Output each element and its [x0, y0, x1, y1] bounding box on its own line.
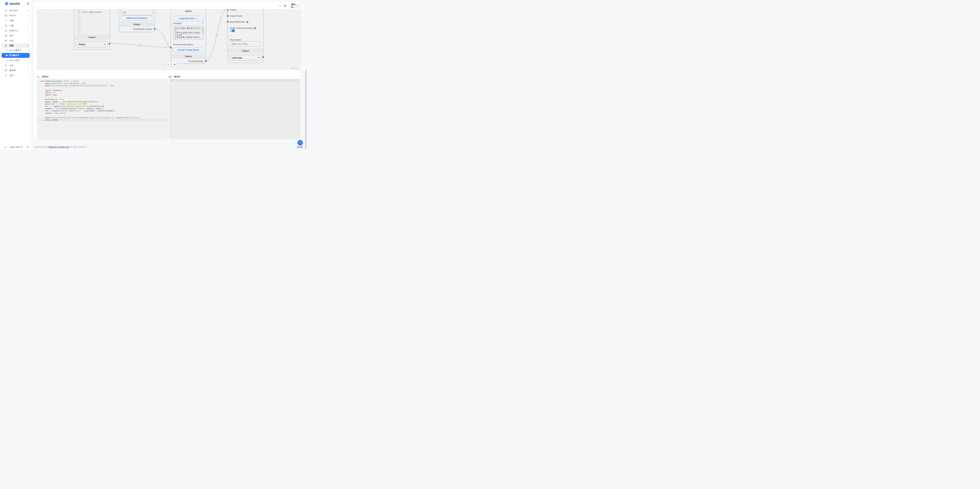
- output-handle[interactable]: [262, 56, 264, 58]
- chat-model-output-label: ChatOpenAI-Custom: [133, 28, 152, 30]
- sidebar-item-model[interactable]: 모델: [0, 23, 31, 28]
- output-handle[interactable]: [154, 28, 156, 30]
- dropdown-arrow-icon: [104, 44, 106, 45]
- info-icon[interactable]: i: [247, 21, 248, 23]
- app-root: GenOS 대시보드 데이터 개발 모델: [0, 0, 307, 150]
- user-page-link[interactable]: 사용자 페이지: [0, 144, 31, 150]
- sidebar-item-evaluation[interactable]: 평가: [0, 33, 31, 38]
- sidebar-item-taskflow[interactable]: 태스크플로우: [0, 48, 31, 53]
- profile-menu[interactable]: 관리자: [289, 3, 300, 8]
- sidebar-item-quota[interactable]: 할당량: [0, 68, 31, 73]
- moderation-input-handle[interactable]: [227, 21, 229, 23]
- additional-parameters-button[interactable]: Additional Parameters: [121, 16, 153, 21]
- input-moderation-label: Input Moderationi: [230, 21, 248, 23]
- format-prompt-values-label: Format Prompt Values: [173, 43, 193, 46]
- sidebar-collapse-icon[interactable]: [27, 2, 30, 5]
- search-check-icon: [5, 64, 7, 67]
- zoom-in-icon[interactable]: +: [165, 63, 166, 65]
- chevron-right-icon: [28, 65, 29, 66]
- chevron-down-icon: [27, 45, 29, 46]
- preprocess-header: 전처리*: [37, 75, 49, 78]
- llm-chain-output-select[interactable]: LLM Chain: [230, 55, 261, 61]
- version-link[interactable]: v1.2.2: [297, 145, 302, 148]
- code-icon: [5, 19, 7, 22]
- bullet-circle-icon: [6, 49, 8, 51]
- chevron-right-icon: [28, 15, 29, 16]
- gear-icon: [5, 74, 7, 76]
- output-section-header: Output: [75, 35, 110, 40]
- sidebar-item-data[interactable]: 데이터: [0, 13, 31, 18]
- sidebar-item-approval[interactable]: 승인: [0, 63, 31, 68]
- postprocess-header: 후처리*: [169, 75, 181, 78]
- arrow-up-icon: [299, 141, 301, 144]
- company-link[interactable]: Minds & Company Ltd.: [48, 146, 69, 148]
- langchain-hub-button[interactable]: Langchain Hub: [173, 16, 204, 21]
- node-llm-chain[interactable]: Prompt Output Parser Input Moderationi E…: [228, 9, 263, 63]
- parser-input-handle[interactable]: [227, 15, 229, 17]
- prompt-input-handle[interactable]: [227, 9, 229, 11]
- output-handle[interactable]: [205, 60, 207, 62]
- sidebar-item-develop[interactable]: 개발: [0, 18, 31, 23]
- sidebar-menu: 대시보드 데이터 개발 모델 트레이너 평가: [0, 8, 31, 78]
- chevron-right-icon: [28, 49, 29, 51]
- sidebar-item-chat[interactable]: 채팅: [2, 43, 30, 48]
- sidebar-item-trainer[interactable]: 트레이너: [0, 28, 31, 33]
- chevron-right-icon: [28, 25, 29, 26]
- notification-bell-icon[interactable]: [283, 4, 286, 8]
- input-handle[interactable]: [170, 47, 172, 49]
- postprocess-toggle[interactable]: [169, 76, 173, 78]
- output-handle[interactable]: [108, 43, 111, 45]
- zoom-out-icon[interactable]: −: [168, 63, 169, 65]
- sidebar-item-serving[interactable]: 서빙: [0, 38, 31, 43]
- chat-icon: [5, 44, 7, 47]
- workflow-canvas[interactable]: ✕ ✕ 1 return $api_answer Output Output 0…: [37, 9, 300, 70]
- preprocess-label: 전처리*: [42, 75, 49, 78]
- chevron-right-icon: [28, 30, 29, 31]
- page-scrollbar-thumb[interactable]: [305, 70, 307, 149]
- sidebar-footer: 사용자 페이지: [0, 144, 31, 150]
- external-link-icon: [27, 146, 29, 148]
- sidebar-item-admin[interactable]: 관리: [0, 73, 31, 78]
- expand-icon[interactable]: [202, 22, 204, 24]
- chevron-right-icon: [28, 40, 29, 41]
- node-custom-function[interactable]: 1 return $api_answer Output Output: [74, 9, 110, 49]
- output-parser-input-label: Output Parser: [230, 15, 242, 17]
- node-prompt-template[interactable]: Inputs Langchain Hub Template* 당신은 챗봇의 품…: [171, 9, 206, 64]
- template-textarea[interactable]: 당신은 챗봇의 품질 평가자 입니다. 사용자의 질문에 얼마나 친절하게 논리…: [173, 26, 204, 40]
- edge-delete-button[interactable]: ✕: [216, 34, 218, 37]
- chevron-right-icon: [28, 20, 29, 21]
- function-code-editor[interactable]: 1 return $api_answer: [77, 9, 107, 35]
- text-size-button[interactable]: 가: [278, 4, 281, 8]
- chain-name-input[interactable]: [230, 41, 261, 46]
- gauge-icon: [5, 9, 7, 12]
- temperature-input[interactable]: 0.9: [121, 9, 153, 15]
- preprocess-toggle[interactable]: [37, 76, 41, 78]
- sidebar-item-dashboard[interactable]: 대시보드: [0, 8, 31, 13]
- copyright: Copyright 2024 Minds & Company Ltd. All …: [34, 146, 86, 148]
- sidebar-item-workflow[interactable]: 워크플로우: [2, 53, 30, 58]
- reactflow-attribution: React Flow: [291, 67, 299, 69]
- info-icon[interactable]: i: [254, 27, 256, 29]
- lock-icon[interactable]: [174, 63, 176, 65]
- textarea-scrollbar[interactable]: [202, 27, 203, 33]
- report-icon: [5, 34, 7, 37]
- server-icon: [5, 40, 7, 42]
- template-label: Template*: [173, 22, 182, 24]
- text-caret: [172, 80, 172, 81]
- canvas-controls: + −: [164, 62, 177, 66]
- function-output-select[interactable]: Output: [76, 41, 108, 47]
- edge-delete-button[interactable]: ✕: [139, 44, 142, 47]
- devices-icon: [5, 69, 7, 72]
- chat-pages-icon: [4, 146, 7, 148]
- postprocess-code-editor[interactable]: [169, 79, 300, 139]
- scroll-to-top-button[interactable]: [298, 140, 303, 145]
- streaming-toggle[interactable]: [230, 30, 234, 32]
- node-chat-model[interactable]: 0.9 Additional Parameters Output ChatOpe…: [119, 9, 155, 32]
- preprocess-code-editor[interactable]: def preprocess(data: dict) -> dict: data…: [37, 79, 168, 139]
- trainer-icon: [5, 29, 7, 32]
- format-prompt-values-button[interactable]: Format Prompt Values: [173, 47, 204, 53]
- fit-view-icon[interactable]: [170, 63, 172, 65]
- bullet-circle-icon: [6, 59, 8, 61]
- sidebar-item-assistant[interactable]: 어시스턴트: [0, 58, 31, 63]
- genos-logo-icon: [5, 2, 9, 5]
